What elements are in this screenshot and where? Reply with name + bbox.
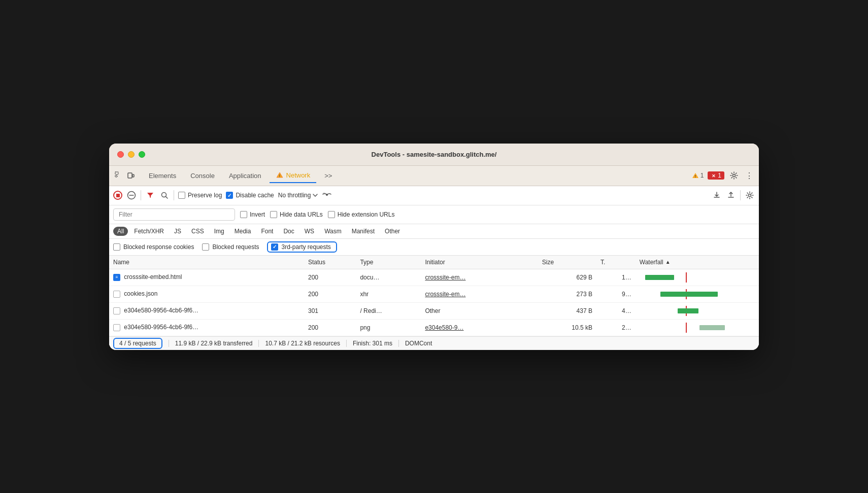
type-filter-media[interactable]: Media	[230, 227, 255, 236]
type-filter-all[interactable]: All	[113, 227, 128, 236]
dom-content-loaded: DOMCont	[399, 340, 438, 347]
throttle-select[interactable]: No throttling	[278, 192, 318, 199]
row-3-waterfall	[636, 302, 759, 319]
import-icon[interactable]	[712, 190, 722, 200]
type-filter-fetch[interactable]: Fetch/XHR	[130, 227, 168, 236]
type-filter-css[interactable]: CSS	[187, 227, 208, 236]
preserve-log-label[interactable]: Preserve log	[178, 192, 222, 199]
blocked-requests-checkbox[interactable]	[202, 243, 209, 251]
col-header-name[interactable]: Name	[109, 256, 304, 269]
svg-line-12	[166, 197, 168, 199]
row-1-size: 629 B	[538, 269, 596, 286]
row-1-name: ≡ crosssite-embed.html	[109, 269, 304, 286]
row-3-type: / Redi…	[356, 302, 421, 319]
row-4-name: e304e580-9956-4cb6-9f6…	[109, 319, 304, 336]
blocked-response-cookies-checkbox[interactable]	[113, 243, 120, 251]
row-2-size: 273 B	[538, 286, 596, 302]
table-row[interactable]: cookies.json 200 xhr crosssite-em… 273 B	[109, 286, 759, 302]
export-icon[interactable]	[726, 190, 736, 200]
table-row[interactable]: e304e580-9956-4cb6-9f6… 200 png e304e580…	[109, 319, 759, 336]
row-1-status: 200	[304, 269, 356, 286]
preserve-log-checkbox[interactable]	[178, 192, 185, 199]
tab-network[interactable]: ! Network	[270, 168, 317, 183]
svg-point-8	[733, 174, 736, 177]
doc-icon: ≡	[113, 274, 120, 281]
hide-data-urls-checkbox[interactable]	[270, 211, 277, 218]
window-title: DevTools - samesite-sandbox.glitch.me/	[372, 151, 497, 158]
svg-rect-3	[132, 174, 134, 177]
network-warning-icon: !	[276, 171, 284, 179]
row-3-name: e304e580-9956-4cb6-9f6…	[109, 302, 304, 319]
table-row[interactable]: e304e580-9956-4cb6-9f6… 301 / Redi… Othe…	[109, 302, 759, 319]
error-badge[interactable]: ✕ 1	[708, 171, 724, 180]
type-filter-js[interactable]: JS	[170, 227, 185, 236]
network-table: Name Status Type Initiator Size	[109, 256, 759, 336]
row-2-time: 9…	[596, 286, 636, 302]
invert-option[interactable]: Invert	[240, 211, 265, 218]
devtools-left-icons	[113, 170, 137, 181]
network-conditions-icon[interactable]	[322, 190, 332, 200]
blocked-requests-option[interactable]: Blocked requests	[202, 243, 259, 251]
row-1-initiator[interactable]: crosssite-em…	[421, 269, 538, 286]
col-header-waterfall[interactable]: Waterfall ▲	[636, 256, 759, 269]
filter-input[interactable]	[113, 208, 235, 221]
disable-cache-label[interactable]: Disable cache	[226, 192, 274, 199]
row-3-status: 301	[304, 302, 356, 319]
finish-time: Finish: 301 ms	[347, 340, 399, 347]
type-filter-img[interactable]: Img	[210, 227, 228, 236]
more-options-icon[interactable]: ⋮	[744, 170, 755, 181]
device-toolbar-icon[interactable]	[125, 170, 137, 181]
throttle-dropdown-icon	[313, 194, 318, 197]
third-party-requests-option[interactable]: 3rd-party requests	[267, 241, 337, 253]
clear-button[interactable]	[126, 190, 137, 200]
hide-ext-urls-option[interactable]: Hide extension URLs	[328, 211, 395, 218]
tab-application[interactable]: Application	[223, 169, 268, 183]
minimize-button[interactable]	[128, 151, 135, 158]
table-row[interactable]: ≡ crosssite-embed.html 200 docu… crosssi…	[109, 269, 759, 286]
svg-rect-2	[128, 173, 132, 178]
tab-more[interactable]: >>	[318, 169, 338, 183]
disable-cache-checkbox[interactable]	[226, 192, 233, 199]
row-3-size: 437 B	[538, 302, 596, 319]
type-filter-doc[interactable]: Doc	[279, 227, 298, 236]
hide-ext-urls-checkbox[interactable]	[328, 211, 335, 218]
tab-console[interactable]: Console	[184, 169, 221, 183]
hide-data-urls-option[interactable]: Hide data URLs	[270, 211, 323, 218]
close-button[interactable]	[117, 151, 124, 158]
blocked-response-cookies-option[interactable]: Blocked response cookies	[113, 243, 194, 251]
invert-checkbox[interactable]	[240, 211, 247, 218]
warning-badge[interactable]: ! 1	[692, 172, 704, 179]
col-header-size[interactable]: Size	[538, 256, 596, 269]
row-4-time: 2…	[596, 319, 636, 336]
filter-bar: Invert Hide data URLs Hide extension URL…	[109, 205, 759, 224]
type-filter-wasm[interactable]: Wasm	[320, 227, 346, 236]
separator-1	[141, 190, 141, 200]
stop-recording-button[interactable]	[113, 191, 122, 200]
row-4-initiator[interactable]: e304e580-9…	[421, 319, 538, 336]
empty-icon	[113, 291, 120, 298]
type-filter-other[interactable]: Other	[381, 227, 404, 236]
row-2-initiator[interactable]: crosssite-em…	[421, 286, 538, 302]
col-header-type[interactable]: Type	[356, 256, 421, 269]
type-filter-font[interactable]: Font	[257, 227, 277, 236]
maximize-button[interactable]	[139, 151, 145, 158]
col-header-time[interactable]: T.	[596, 256, 636, 269]
svg-rect-0	[115, 172, 118, 174]
settings-toolbar-icon[interactable]	[745, 190, 755, 200]
search-icon[interactable]	[159, 190, 170, 200]
settings-icon[interactable]	[728, 170, 740, 181]
table-header-row: Name Status Type Initiator Size	[109, 256, 759, 269]
col-header-status[interactable]: Status	[304, 256, 356, 269]
svg-rect-1	[115, 175, 117, 177]
type-filter-ws[interactable]: WS	[301, 227, 318, 236]
svg-text:✕: ✕	[712, 173, 716, 178]
filter-icon[interactable]	[145, 190, 155, 200]
titlebar: DevTools - samesite-sandbox.glitch.me/	[109, 144, 759, 166]
third-party-checkbox[interactable]	[271, 243, 278, 251]
tab-elements[interactable]: Elements	[143, 169, 182, 183]
traffic-lights	[117, 151, 145, 158]
type-filter-manifest[interactable]: Manifest	[348, 227, 379, 236]
inspector-icon[interactable]	[113, 170, 124, 181]
col-header-initiator[interactable]: Initiator	[421, 256, 538, 269]
svg-text:!: !	[279, 174, 280, 178]
